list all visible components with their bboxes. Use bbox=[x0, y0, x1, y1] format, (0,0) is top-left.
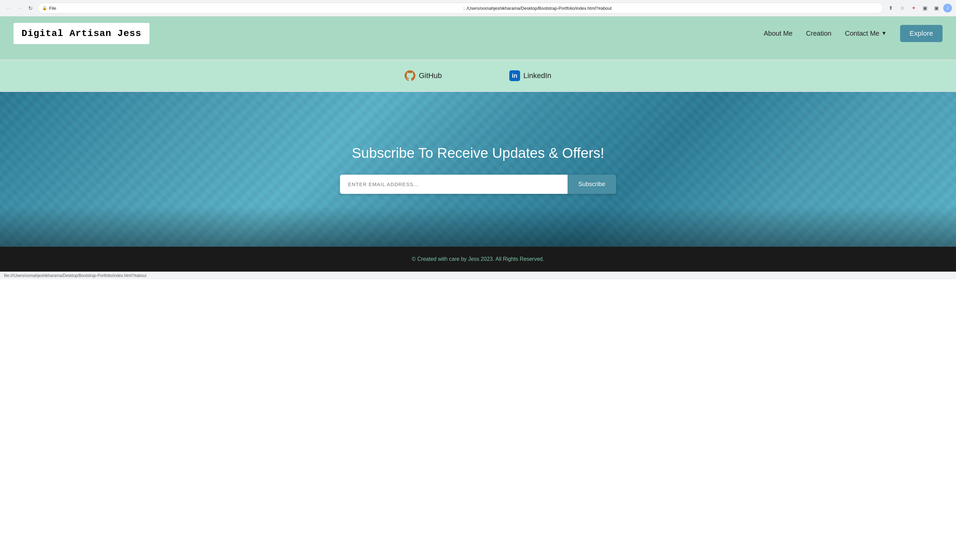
navbar-links: About Me Creation Contact Me ▼ Explore bbox=[764, 25, 943, 42]
browser-address-bar[interactable]: 🔒 File | /Users/oomahjeshikharama/Deskto… bbox=[38, 3, 883, 14]
nav-about[interactable]: About Me bbox=[764, 30, 793, 38]
github-icon bbox=[405, 71, 415, 81]
navbar: Digital Artisan Jess About Me Creation C… bbox=[0, 16, 956, 50]
browser-toolbar: ← → ↻ 🔒 File | /Users/oomahjeshikharama/… bbox=[0, 0, 956, 16]
email-input[interactable] bbox=[340, 175, 568, 194]
extensions-button[interactable]: ✦ bbox=[909, 3, 918, 13]
chevron-down-icon: ▼ bbox=[881, 30, 887, 36]
status-url: file:///Users/oomahjeshikharama/Desktop/… bbox=[4, 273, 146, 278]
brand-wrapper: Digital Artisan Jess bbox=[13, 23, 149, 44]
puzzle-button[interactable]: ▣ bbox=[920, 3, 930, 13]
explore-button[interactable]: Explore bbox=[900, 25, 943, 42]
browser-chrome: ← → ↻ 🔒 File | /Users/oomahjeshikharama/… bbox=[0, 0, 956, 16]
subscribe-section: Subscribe To Receive Updates & Offers! S… bbox=[0, 92, 956, 247]
github-label: GitHub bbox=[419, 71, 442, 80]
url-path: /Users/oomahjeshikharama/Desktop/Bootstr… bbox=[467, 6, 879, 11]
brand-title[interactable]: Digital Artisan Jess bbox=[22, 28, 142, 39]
social-bar: GitHub in LinkedIn bbox=[0, 60, 956, 92]
github-link[interactable]: GitHub bbox=[405, 71, 442, 81]
back-button[interactable]: ← bbox=[4, 3, 13, 13]
browser-right-icons: ⬆ ☆ ✦ ▣ ▣ J bbox=[886, 3, 952, 13]
url-divider: | bbox=[464, 6, 465, 11]
url-protocol: File bbox=[49, 6, 462, 11]
nav-contact-dropdown[interactable]: Contact Me ▼ bbox=[845, 30, 887, 38]
linkedin-label: LinkedIn bbox=[524, 71, 551, 80]
footer: © Created with care by Jess 2023. All Ri… bbox=[0, 247, 956, 271]
lock-icon: 🔒 bbox=[42, 6, 47, 11]
browser-nav-buttons: ← → ↻ bbox=[4, 3, 35, 13]
profile-avatar[interactable]: J bbox=[943, 4, 952, 13]
subscribe-content: Subscribe To Receive Updates & Offers! S… bbox=[327, 145, 629, 194]
bookmark-button[interactable]: ☆ bbox=[898, 3, 907, 13]
nav-contact-label: Contact Me bbox=[845, 30, 879, 38]
forward-button[interactable]: → bbox=[15, 3, 24, 13]
subscribe-title: Subscribe To Receive Updates & Offers! bbox=[352, 145, 604, 161]
linkedin-link[interactable]: in LinkedIn bbox=[509, 71, 551, 81]
linkedin-icon: in bbox=[509, 71, 520, 81]
green-stripe bbox=[0, 50, 956, 60]
status-bar: file:///Users/oomahjeshikharama/Desktop/… bbox=[0, 271, 956, 279]
footer-text: © Created with care by Jess 2023. All Ri… bbox=[412, 256, 544, 262]
share-button[interactable]: ⬆ bbox=[886, 3, 895, 13]
nav-creation[interactable]: Creation bbox=[806, 30, 832, 38]
subscribe-form: Subscribe bbox=[340, 175, 616, 194]
subscribe-button[interactable]: Subscribe bbox=[568, 175, 616, 194]
window-button[interactable]: ▣ bbox=[932, 3, 941, 13]
reload-button[interactable]: ↻ bbox=[25, 3, 35, 13]
